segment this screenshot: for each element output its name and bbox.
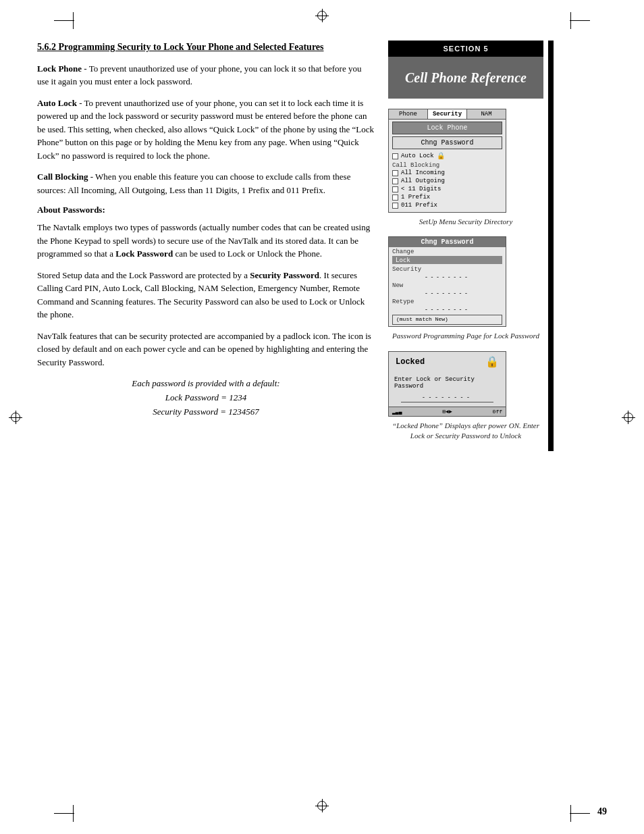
crop-mark-tr-v (570, 12, 571, 29)
chng-password-button[interactable]: Chng Password (392, 136, 502, 149)
crop-mark-br-h (570, 813, 590, 814)
auto-lock-checkbox[interactable] (392, 153, 398, 159)
screen3-off-indicator: 0ff (493, 409, 502, 415)
page: 5.6.2 Programming Security to Lock Your … (0, 0, 644, 834)
crop-mark-tl-v (73, 12, 74, 29)
tab-phone[interactable]: Phone (389, 109, 428, 119)
screen2-retype-dashes[interactable]: -------- (389, 305, 506, 313)
screen2-title: Chng Password (389, 237, 506, 247)
crop-mark-bl-v (73, 805, 74, 822)
screen2-retype-label: Retype (389, 297, 506, 305)
about-passwords-p3: NavTalk features that can be security pr… (37, 330, 375, 369)
screen2-note: (must match New) (392, 315, 502, 325)
screen3-signal-icon: ▂▃▄ (392, 409, 402, 415)
1prefix-row: 1 Prefix (389, 193, 506, 201)
call-blocking-paragraph: Call Blocking - When you enable this fea… (37, 170, 375, 197)
default-passwords-intro: Each password is provided with a default… (37, 377, 375, 419)
1prefix-label: 1 Prefix (401, 194, 430, 201)
tab-nam[interactable]: NAM (467, 109, 506, 119)
screen2-lock-field[interactable]: Lock (392, 256, 502, 264)
screen3-padlock-icon: 🔒 (485, 355, 499, 369)
screen1-tabs: Phone Security NAM (389, 109, 506, 120)
screen2-new-dashes[interactable]: -------- (389, 289, 506, 297)
lt11-digits-row: < 11 Digits (389, 185, 506, 193)
lock-phone-paragraph: Lock Phone - To prevent unauthorized use… (37, 62, 375, 88)
about-passwords-text2-start: Stored Setup data and the Lock Password … (37, 270, 250, 280)
crop-mark-bl-h (54, 813, 74, 814)
screen2-new-label: New (389, 281, 506, 289)
call-blocking-label: Call Blocking (37, 172, 88, 182)
lock-password-default: Lock Password = 1234 (165, 392, 247, 402)
lt11-digits-label: < 11 Digits (401, 186, 441, 192)
lock-phone-label: Lock Phone (37, 63, 82, 74)
main-layout: 5.6.2 Programming Security to Lock Your … (37, 41, 607, 451)
right-sidebar-bar (548, 41, 554, 451)
all-incoming-checkbox[interactable] (392, 170, 398, 176)
screen2-security-dashes[interactable]: -------- (389, 273, 506, 281)
crop-mark-tr-h (570, 20, 590, 21)
auto-lock-row: Auto Lock 🔒 (389, 151, 506, 161)
call-blocking-section-label: Call Blocking (389, 161, 506, 169)
auto-lock-label-screen: Auto Lock (401, 153, 434, 159)
screen1-phone-ui: Phone Security NAM Lock Phone Chng Passw… (388, 109, 506, 213)
screen3-status-bar: ▂▃▄ ⊞◄► 0ff (389, 407, 506, 416)
screen2-phone-ui: Chng Password Change Lock Security -----… (388, 236, 506, 327)
011prefix-row: 011 Prefix (389, 201, 506, 209)
about-passwords-p2: Stored Setup data and the Lock Password … (37, 269, 375, 321)
all-outgoing-row: All Outgoing (389, 177, 506, 185)
default-intro-text: Each password is provided with a default… (132, 378, 279, 388)
screen3-locked-label: Locked (396, 357, 425, 367)
screen3-dashes[interactable]: -------- (401, 392, 493, 402)
all-incoming-label: All Incoming (401, 170, 445, 176)
screen2-security-label: Security (389, 265, 506, 273)
about-passwords-p1: The Navtalk employs two types of passwor… (37, 221, 375, 261)
screen3-body: Enter Lock or Security Password -------- (389, 372, 506, 407)
all-outgoing-label: All Outgoing (401, 178, 445, 184)
section-title: Cell Phone Reference (388, 57, 543, 99)
lock-password-bold: Lock Password (115, 249, 173, 259)
right-column: SECTION 5 Cell Phone Reference Phone Sec… (388, 41, 543, 451)
section-label: SECTION 5 (388, 41, 543, 57)
screen3-enter-text: Enter Lock or Security Password (394, 376, 500, 390)
screen3-center-icons: ⊞◄► (442, 409, 452, 415)
lock-phone-button[interactable]: Lock Phone (392, 122, 502, 134)
auto-lock-paragraph: Auto Lock - To prevent unauthorized use … (37, 97, 375, 163)
auto-lock-text: - To prevent unauthorized use of your ph… (37, 98, 374, 161)
auto-lock-label: Auto Lock (37, 98, 77, 108)
crop-mark-br-v (570, 805, 571, 822)
section-heading: 5.6.2 Programming Security to Lock Your … (37, 41, 375, 54)
1prefix-checkbox[interactable] (392, 194, 398, 201)
lt11-digits-checkbox[interactable] (392, 186, 398, 192)
left-column: 5.6.2 Programming Security to Lock Your … (37, 41, 388, 451)
011prefix-label: 011 Prefix (401, 202, 437, 209)
011prefix-checkbox[interactable] (392, 203, 398, 209)
security-password-default: Security Password = 1234567 (153, 407, 259, 417)
page-number: 49 (597, 806, 607, 817)
about-passwords-text1-end: can be used to Lock or Unlock the Phone. (173, 249, 322, 259)
about-passwords-heading: About Passwords: (37, 205, 375, 215)
screen2-caption: Password Programming Page for Lock Passw… (388, 331, 543, 341)
screen3-locked-row: Locked 🔒 (389, 352, 506, 372)
lock-phone-text: - To prevent unauthorized use of your ph… (37, 63, 361, 87)
tab-security[interactable]: Security (428, 109, 467, 119)
security-password-bold: Security Password (250, 270, 319, 280)
screen3-caption: “Locked Phone” Displays after power ON. … (388, 421, 543, 442)
padlock-icon: 🔒 (437, 152, 445, 160)
screen2-change-label: Change (389, 247, 506, 255)
screen1-caption: SetUp Menu Security Directory (388, 217, 543, 227)
crop-mark-tl-h (54, 20, 74, 21)
all-incoming-row: All Incoming (389, 169, 506, 177)
all-outgoing-checkbox[interactable] (392, 178, 398, 184)
screen3-phone-ui: Locked 🔒 Enter Lock or Security Password… (388, 351, 506, 417)
